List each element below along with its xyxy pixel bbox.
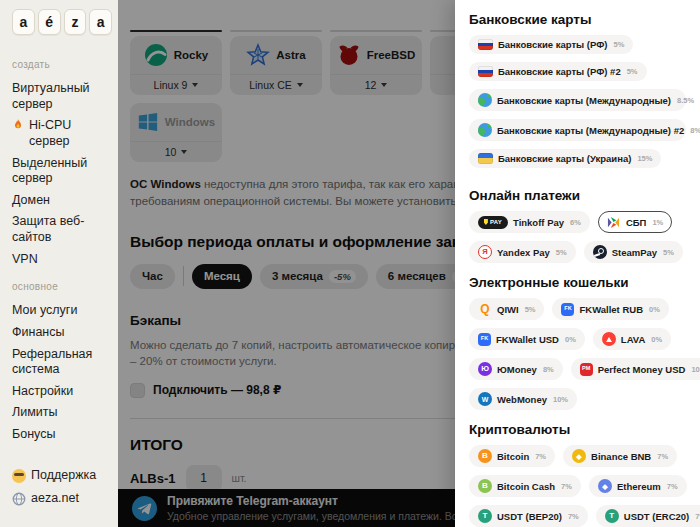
fee-badge: 15% [637,154,652,163]
online-payments-row: Tinkoff Pay 6% СБП 1% [469,211,686,233]
fee-badge: 10% [691,365,700,374]
russia-flag-icon [478,66,493,77]
logo-letter: é [38,9,61,35]
fkwallet-icon [561,303,574,316]
ethereum-icon [598,479,612,493]
payment-method-steampay[interactable]: SteamPay 5% [584,241,683,263]
ewallets-row: ЮMoney 8% Perfect Money USD 10% [469,358,686,380]
crypto-row: Bitcoin Cash 7% Ethereum 7% [469,475,686,497]
payment-method-bank-ukraine[interactable]: Банковские карты (Украина) 15% [469,149,661,168]
fee-badge: 8.5% [677,96,694,105]
steam-icon [593,245,607,259]
payments-section-bank-cards-title: Банковские карты [469,12,686,27]
payment-method-ethereum[interactable]: Ethereum 7% [589,475,687,497]
aeza-logo[interactable]: a é z a [12,9,112,35]
ewallets-row: FKWallet USD 0% LAVA 0% [469,328,686,350]
perfect-money-icon [580,363,593,376]
payment-method-perfect-money-usd[interactable]: Perfect Money USD 10% [571,358,700,380]
fee-badge: 5% [613,40,624,49]
sidebar-section-create-label: создать [12,59,112,70]
payment-method-bank-international-2[interactable]: Банковские карты (Международные) #2 8% [469,119,686,141]
payment-method-bank-ru-2[interactable]: Банковские карты (РФ) #2 5% [469,62,647,81]
payment-method-fkwallet-rub[interactable]: FKWallet RUB 0% [552,298,668,320]
sidebar-item-hicpu-server[interactable]: Hi-CPU сервер [12,118,112,149]
sidebar-item-support[interactable]: Поддержка [12,468,112,484]
fee-badge: 0% [651,335,662,344]
crypto-row: USDT (BEP20) 7% USDT (ERC20) 7% [469,505,686,527]
payment-method-qiwi[interactable]: QIWI 5% [469,298,544,320]
payment-method-sbp[interactable]: СБП 1% [598,211,672,233]
sidebar-item-referral[interactable]: Реферальная система [12,347,112,378]
sidebar-item-finance[interactable]: Финансы [12,325,112,341]
fee-badge: 0% [649,305,660,314]
russia-flag-icon [478,39,493,50]
payment-method-usdt-erc20[interactable]: USDT (ERC20) 7% [596,505,700,527]
fee-badge: 7% [667,482,678,491]
fee-badge: 7% [695,512,700,521]
payments-section-online-title: Онлайн платежи [469,188,686,203]
sidebar-footer: Поддержка aeza.net [12,468,112,515]
bitcoin-icon [478,449,492,463]
payment-method-yandex-pay[interactable]: Yandex Pay 5% [469,241,576,263]
fee-badge: 10% [553,395,568,404]
app: a é z a создать Виртуальный сервер Hi-CP… [0,0,700,527]
sidebar-item-settings[interactable]: Настройки [12,384,112,400]
payment-method-webmoney[interactable]: WebMoney 10% [469,388,577,410]
fee-badge: 7% [568,512,579,521]
sidebar-item-vpn[interactable]: VPN [12,252,112,268]
support-face-icon [12,469,26,483]
payment-method-yoomoney[interactable]: ЮMoney 8% [469,358,563,380]
payment-method-fkwallet-usd[interactable]: FKWallet USD 0% [469,328,585,350]
yandex-pay-icon [478,245,492,259]
binance-icon [572,449,586,463]
payment-method-lava[interactable]: LAVA 0% [593,328,671,350]
sidebar: a é z a создать Виртуальный сервер Hi-CP… [0,0,118,527]
fee-badge: 1% [652,218,663,227]
usdt-icon [605,509,619,523]
payments-section-ewallets-title: Электронные кошельки [469,275,686,290]
fee-badge: 7% [561,482,572,491]
lava-icon [602,332,616,346]
fee-badge: 5% [525,305,536,314]
bank-cards-list: Банковские карты (РФ) 5% Банковские карт… [469,35,686,176]
fee-badge: 5% [627,67,638,76]
fee-badge: 0% [565,335,576,344]
logo-letter: a [12,9,35,35]
sidebar-section-main-label: основное [12,281,112,292]
fee-badge: 7% [535,452,546,461]
payment-method-bank-ru[interactable]: Банковские карты (РФ) 5% [469,35,633,54]
payment-method-usdt-bep20[interactable]: USDT (BEP20) 7% [469,505,588,527]
ewallets-row: QIWI 5% FKWallet RUB 0% [469,298,686,320]
fire-icon [12,118,24,131]
fkwallet-icon [478,333,491,346]
payment-methods-panel: Банковские карты Банковские карты (РФ) 5… [455,0,700,527]
payment-method-tinkoff-pay[interactable]: Tinkoff Pay 6% [469,211,590,233]
qiwi-icon [478,302,492,316]
fee-badge: 8% [690,126,700,135]
payment-method-bitcoin[interactable]: Bitcoin 7% [469,445,555,467]
sidebar-item-website-protection[interactable]: Защита веб-сайтов [12,214,112,245]
sidebar-item-limits[interactable]: Лимиты [12,405,112,421]
sidebar-item-aeza-net[interactable]: aeza.net [12,491,112,507]
yoomoney-icon [478,362,492,376]
tinkoff-pay-icon [478,216,508,229]
crypto-row: Bitcoin 7% Binance BNB 7% [469,445,686,467]
fee-badge: 6% [570,218,581,227]
payment-method-bitcoin-cash[interactable]: Bitcoin Cash 7% [469,475,581,497]
bitcoin-cash-icon [478,479,492,493]
globe-icon [478,123,492,137]
payment-method-bank-international[interactable]: Банковские карты (Международные) 8.5% [469,89,686,111]
sidebar-item-bonuses[interactable]: Бонусы [12,427,112,443]
webmoney-icon [478,392,492,406]
sidebar-item-domain[interactable]: Домен [12,193,112,209]
sidebar-item-virtual-server[interactable]: Виртуальный сервер [12,81,112,112]
ewallets-row: WebMoney 10% [469,388,686,410]
payments-section-crypto-title: Криптовалюты [469,422,686,437]
globe-icon [478,93,492,107]
sidebar-item-dedicated-server[interactable]: Выделенный сервер [12,156,112,187]
sidebar-item-my-services[interactable]: Мои услуги [12,303,112,319]
fee-badge: 5% [556,248,567,257]
globe-icon [12,492,26,506]
logo-letter: z [64,9,87,35]
payment-method-binance-bnb[interactable]: Binance BNB 7% [563,445,677,467]
